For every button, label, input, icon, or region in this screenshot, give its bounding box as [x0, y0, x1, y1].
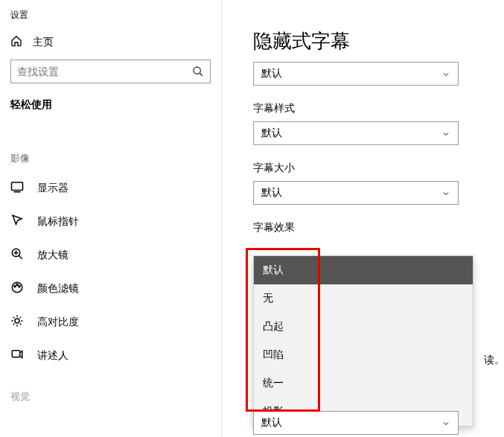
search-box[interactable]	[10, 60, 211, 83]
svg-line-18	[20, 324, 22, 325]
combo-value: 默认	[261, 67, 282, 80]
chevron-down-icon	[441, 418, 450, 427]
dropdown-option[interactable]: 凸起	[254, 313, 473, 341]
combo-value: 默认	[261, 416, 282, 430]
home-icon	[10, 35, 22, 49]
palette-icon	[10, 281, 24, 296]
search-icon	[192, 66, 204, 77]
sidebar-item-magnifier[interactable]: 放大镜	[0, 238, 221, 272]
home-nav[interactable]: 主页	[0, 31, 221, 60]
sidebar-item-cursor[interactable]: 鼠标指针	[0, 205, 221, 238]
combo-below[interactable]: 默认	[253, 411, 459, 435]
narrator-icon	[10, 348, 24, 363]
sidebar-item-label: 放大镜	[37, 249, 68, 262]
svg-line-19	[13, 324, 15, 325]
home-label: 主页	[33, 36, 54, 49]
section-label: 轻松使用	[0, 95, 221, 125]
trailing-text: 读。	[484, 354, 504, 367]
field-label-style: 字幕样式	[253, 102, 474, 115]
svg-point-9	[14, 285, 16, 287]
group-label-cutoff: 视觉	[0, 372, 221, 409]
svg-line-1	[200, 73, 202, 76]
display-icon	[10, 180, 24, 196]
sidebar-item-label: 颜色滤镜	[37, 282, 79, 296]
sidebar-item-display[interactable]: 显示器	[0, 171, 221, 205]
sidebar-item-label: 显示器	[37, 182, 68, 195]
group-label-video: 影像	[0, 125, 221, 171]
svg-point-12	[15, 319, 19, 323]
field-label-size: 字幕大小	[253, 162, 474, 175]
page-title: 隐藏式字幕	[253, 28, 474, 54]
combo-caption-size[interactable]: 默认	[253, 181, 459, 205]
sidebar-item-contrast[interactable]: 高对比度	[0, 305, 221, 339]
magnifier-icon	[10, 247, 24, 263]
chevron-down-icon	[441, 188, 450, 197]
svg-rect-21	[12, 351, 20, 357]
svg-line-17	[13, 317, 15, 319]
dropdown-option[interactable]: 默认	[254, 256, 473, 284]
dropdown-caption-effect[interactable]: 默认 无 凸起 凹陷 统一 投影	[253, 255, 473, 427]
combo-caption-font[interactable]: 默认	[253, 62, 459, 86]
sidebar: 设置 主页 轻松使用 影像 显示器 鼠标指针 放大镜 颜色滤镜 高对比度 讲述人…	[0, 0, 222, 437]
search-input[interactable]	[17, 66, 192, 77]
sidebar-item-label: 讲述人	[37, 349, 68, 363]
sidebar-item-colorfilter[interactable]: 颜色滤镜	[0, 272, 221, 305]
field-label-effect: 字幕效果	[253, 221, 474, 235]
chevron-down-icon	[441, 69, 450, 78]
dropdown-option[interactable]: 凹陷	[254, 341, 473, 369]
sidebar-item-narrator[interactable]: 讲述人	[0, 339, 221, 372]
contrast-icon	[10, 314, 24, 330]
settings-title: 设置	[0, 6, 221, 31]
dropdown-option[interactable]: 统一	[254, 369, 473, 398]
combo-value: 默认	[261, 127, 282, 140]
svg-point-10	[16, 284, 18, 285]
sidebar-item-label: 鼠标指针	[37, 215, 79, 229]
combo-value: 默认	[261, 186, 282, 200]
svg-line-7	[19, 255, 22, 259]
svg-line-20	[20, 317, 22, 319]
svg-rect-2	[12, 182, 23, 191]
cursor-icon	[10, 214, 24, 229]
svg-point-11	[19, 285, 20, 287]
combo-caption-style[interactable]: 默认	[253, 121, 459, 145]
svg-point-0	[194, 67, 200, 74]
dropdown-option[interactable]: 无	[254, 284, 473, 313]
sidebar-item-label: 高对比度	[37, 316, 79, 329]
chevron-down-icon	[441, 129, 450, 138]
